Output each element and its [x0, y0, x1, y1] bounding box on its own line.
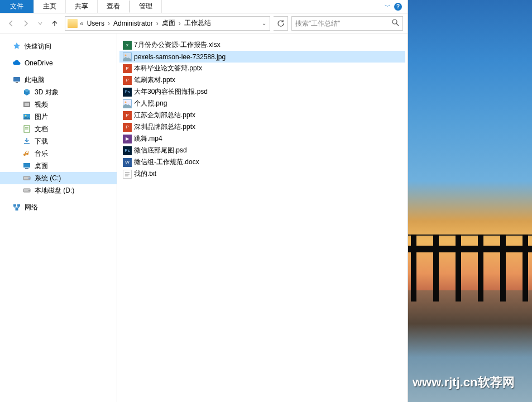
file-item[interactable]: 我的.txt — [119, 168, 405, 180]
file-name: 个人照.png — [134, 99, 167, 108]
file-explorer-window: 文件 主页 共享 查看 管理 ﹀ ? « — [0, 0, 408, 402]
file-name: 跳舞.mp4 — [134, 134, 162, 143]
file-name: 微信底部尾图.psd — [134, 146, 187, 155]
chevron-right-icon[interactable]: › — [155, 20, 160, 27]
breadcrumb-bar[interactable]: « Users › Administrator › 桌面 › 工作总结 ⌄ — [65, 16, 270, 31]
navigation-pane: 快速访问 OneDrive 此电脑 — [0, 34, 117, 402]
search-icon[interactable] — [392, 19, 399, 28]
nav-music[interactable]: 音乐 — [0, 147, 117, 160]
nav-label: 此电脑 — [25, 75, 45, 85]
nav-label: 快速访问 — [25, 42, 51, 51]
file-item[interactable]: P本科毕业论文答辩.pptx — [119, 63, 405, 74]
nav-downloads[interactable]: 下载 — [0, 135, 117, 147]
ribbon-tab-view[interactable]: 查看 — [98, 0, 130, 13]
file-item[interactable]: x7月份办公资源-工作报告.xlsx — [119, 39, 405, 51]
ribbon-tab-share[interactable]: 共享 — [66, 0, 98, 13]
explorer-body: 快速访问 OneDrive 此电脑 — [0, 34, 408, 402]
file-item[interactable]: ▶跳舞.mp4 — [119, 133, 405, 145]
video-icon: ▶ — [123, 135, 132, 143]
nav-label: 网络 — [25, 203, 38, 212]
drive-icon — [22, 174, 31, 183]
nav-up-button[interactable] — [48, 17, 61, 30]
file-item[interactable]: Ps大年30内容长图海报.psd — [119, 86, 405, 98]
nav-documents[interactable]: 文档 — [0, 123, 117, 135]
file-item[interactable]: pexels-samson-lee-732588.jpg — [119, 51, 405, 63]
breadcrumb-item[interactable]: 桌面 — [160, 18, 178, 28]
music-icon — [22, 149, 31, 158]
svg-point-0 — [392, 20, 397, 24]
nav-label: OneDrive — [25, 59, 53, 67]
file-name: 笔刷素材.pptx — [134, 75, 175, 85]
breadcrumb-item[interactable]: Administrator — [111, 20, 155, 27]
ribbon-tabs: 文件 主页 共享 查看 管理 ﹀ ? — [0, 0, 408, 13]
nav-forward-button[interactable] — [19, 17, 32, 30]
ribbon-tab-manage[interactable]: 管理 — [130, 0, 162, 13]
search-input[interactable] — [295, 20, 392, 27]
nav-3d-objects[interactable]: 3D 对象 — [0, 86, 117, 98]
folder-icon — [68, 19, 78, 28]
film-icon — [22, 100, 31, 109]
chevron-right-icon[interactable]: › — [107, 20, 111, 27]
nav-videos[interactable]: 视频 — [0, 98, 117, 111]
file-item[interactable]: P深圳品牌部总结.pptx — [119, 121, 405, 133]
chevron-right-icon[interactable]: › — [178, 20, 182, 27]
nav-label: 本地磁盘 (D:) — [35, 186, 74, 195]
nav-label: 图片 — [35, 112, 48, 122]
desktop-icon — [22, 161, 31, 170]
nav-desktop[interactable]: 桌面 — [0, 160, 117, 172]
nav-network[interactable]: 网络 — [0, 201, 117, 213]
powerpoint-icon: P — [123, 111, 132, 120]
file-item[interactable]: Ps微信底部尾图.psd — [119, 145, 405, 156]
breadcrumb-item[interactable]: 工作总结 — [182, 18, 213, 28]
file-item[interactable]: W微信组-工作规范.docx — [119, 156, 405, 168]
svg-point-7 — [25, 115, 27, 117]
powerpoint-icon: P — [123, 123, 132, 132]
svg-rect-11 — [23, 163, 30, 168]
file-item[interactable]: P笔刷素材.pptx — [119, 74, 405, 86]
file-name: pexels-samson-lee-732588.jpg — [134, 53, 226, 61]
search-box[interactable] — [291, 16, 403, 31]
nav-label: 系统 (C:) — [35, 174, 61, 183]
file-list[interactable]: x7月份办公资源-工作报告.xlsxpexels-samson-lee-7325… — [117, 34, 408, 402]
image-icon — [123, 99, 132, 108]
file-item[interactable]: 个人照.png — [119, 98, 405, 109]
word-icon: W — [123, 158, 132, 167]
help-icon[interactable]: ? — [394, 3, 402, 11]
nav-drive-d[interactable]: 本地磁盘 (D:) — [0, 184, 117, 197]
ribbon-expand-icon[interactable]: ﹀ — [385, 2, 391, 11]
excel-icon: x — [123, 41, 132, 50]
svg-rect-19 — [16, 208, 18, 210]
address-dropdown-icon[interactable]: ⌄ — [262, 20, 266, 26]
computer-icon — [12, 75, 21, 84]
nav-recent-button[interactable] — [33, 17, 47, 30]
powerpoint-icon: P — [123, 76, 132, 85]
nav-pictures[interactable]: 图片 — [0, 111, 117, 123]
nav-quick-access[interactable]: 快速访问 — [0, 40, 117, 52]
svg-point-23 — [125, 101, 127, 103]
nav-drive-c[interactable]: 系统 (C:) — [0, 172, 117, 184]
nav-label: 下载 — [35, 137, 48, 146]
refresh-button[interactable] — [274, 16, 288, 31]
file-name: 江苏企划部总结.pptx — [134, 111, 195, 120]
photoshop-icon: Ps — [123, 88, 132, 97]
nav-back-button[interactable] — [4, 17, 18, 30]
nav-this-pc[interactable]: 此电脑 — [0, 74, 117, 86]
file-name: 微信组-工作规范.docx — [134, 157, 199, 167]
svg-rect-5 — [25, 103, 29, 106]
nav-label: 视频 — [35, 100, 48, 109]
ribbon-tab-file[interactable]: 文件 — [0, 0, 34, 13]
file-name: 我的.txt — [134, 169, 156, 179]
nav-label: 文档 — [35, 125, 48, 134]
cloud-icon — [12, 59, 21, 68]
file-item[interactable]: P江苏企划部总结.pptx — [119, 109, 405, 121]
svg-point-14 — [28, 178, 30, 179]
svg-rect-17 — [13, 204, 16, 207]
breadcrumb-item[interactable]: Users — [85, 20, 107, 27]
ribbon-tab-home[interactable]: 主页 — [34, 0, 66, 13]
breadcrumb-root-sep[interactable]: « — [79, 20, 85, 27]
nav-onedrive[interactable]: OneDrive — [0, 57, 117, 69]
file-name: 深圳品牌部总结.pptx — [134, 122, 195, 132]
cube-icon — [22, 88, 31, 97]
svg-point-16 — [28, 190, 30, 191]
svg-rect-2 — [13, 77, 20, 82]
